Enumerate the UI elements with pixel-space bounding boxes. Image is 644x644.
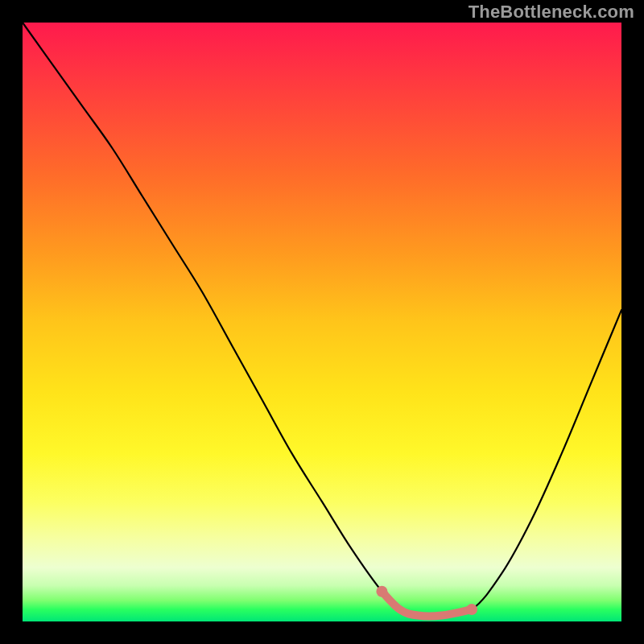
- highlight-dot-left: [376, 586, 387, 597]
- curve-svg: [23, 23, 621, 621]
- plot-area: [23, 23, 621, 621]
- chart-frame: TheBottleneck.com: [0, 0, 644, 644]
- highlight-dot-right: [466, 604, 477, 615]
- highlight-segment: [382, 592, 472, 617]
- bottleneck-curve: [23, 23, 621, 617]
- watermark-text: TheBottleneck.com: [469, 2, 634, 23]
